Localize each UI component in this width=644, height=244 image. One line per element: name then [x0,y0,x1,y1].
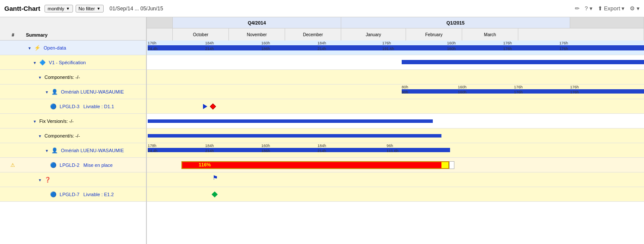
hours-186h-1: 186h [261,47,270,51]
row-user-1: ▼ 👤 Omériah LUENU-WASAUMIE [0,84,146,99]
quarter-q42014: Q4/2014 [173,17,341,28]
row-label-6: ▼ Fix Version/s: -/- [26,119,146,124]
story-icon-1: 🔵 [50,103,57,109]
month-nov: November [229,28,285,41]
quarter-q12015: Q1/2015 [341,17,570,28]
row-lpgld7: 🔵 LPGLD-7 Livrable : E1.2 [0,187,146,202]
filter-dropdown-arrow: ▼ [97,6,101,11]
row-lpgld3: 🔵 LPGLD-3 Livrable : D1.1 [0,99,146,114]
month-apr [518,28,644,41]
quarter-row: Q4/2014 Q1/2015 [147,17,644,28]
bar-lpgld2-red [182,162,441,168]
hours-186h-2: 186h [261,149,270,153]
lpgld3-label[interactable]: LPGLD-3 Livrable : D1.1 [60,104,114,109]
bar-user-1 [402,89,644,94]
expand-arrow-4[interactable]: ▼ [45,90,49,94]
milestone-lpgld3 [210,103,216,109]
row-label-7: ▼ Component/s: -/- [26,133,146,138]
gantt-row-6 [147,114,644,128]
hours-160h-2: 160h [447,41,456,45]
left-panel: # Summary ▼ ⚡ Open-data ▼ 🔷 V1 - Spécifi… [0,17,147,244]
month-sep [147,28,173,41]
month-mar: March [462,28,518,41]
expand-arrow-10[interactable]: ▼ [38,178,42,182]
story-icon-2: 🔵 [50,162,57,168]
hours-178h-1: 178h [148,144,156,148]
lpgld2-label[interactable]: LPGLD-2 Mise en place [60,163,113,168]
expand-arrow-8[interactable]: ▼ [45,149,49,153]
edit-icon[interactable]: ✏ [575,5,580,12]
open-data-label[interactable]: Open-data [44,45,66,50]
end-handle [449,161,454,169]
right-panel: Q4/2014 Q1/2015 October November Decembe… [147,17,644,244]
gantt-row-7 [147,128,644,143]
bar-open-data [148,45,644,50]
gantt-row-9: 116% [147,158,644,172]
expand-arrow-1[interactable]: ▼ [28,46,32,50]
progress-116: 116% [199,162,211,167]
gantt-row-10: ⚑ [147,172,644,187]
left-rows: ▼ ⚡ Open-data ▼ 🔷 V1 - Spécification ▼ [0,41,146,202]
view-dropdown[interactable]: monthly ▼ [44,5,73,13]
hours-80h-2: 80h [402,90,408,94]
col-summary-header: Summary [26,32,146,38]
view-label: monthly [48,6,64,11]
bar-component-2 [148,134,441,138]
quarter-sep [147,17,173,28]
hours-184h-2: 184h [317,41,326,45]
hours-160h-4: 160h [458,85,466,89]
expand-arrow-2[interactable]: ▼ [33,61,37,65]
user-1-label[interactable]: Omériah LUENU-WASAUMIE [61,89,124,94]
avatar-icon-1: 👤 [51,89,58,95]
gantt-body: 176h 74.4h 184h 214h 160h 186h 184h 214h… [147,41,644,244]
hours-191h: 191.6h [382,47,394,51]
date-range: 01/Sep/14 ... 05/Jun/15 [110,6,163,12]
hours-184h-1: 184h [205,41,214,45]
gantt-row-11 [147,187,644,202]
hours-176h-2: 176h [382,41,391,45]
v1-spec-label[interactable]: V1 - Spécification [49,60,86,65]
gantt-row-4: 80h 80h 160h 160h 176h 176h 176h 176h [147,84,644,99]
hours-176h-8: 176h [514,90,523,94]
row-open-data: ▼ ⚡ Open-data [0,41,146,55]
help-button[interactable]: ? ▾ [585,5,593,12]
hours-160h-5: 160h [458,90,466,94]
flag-icon: ⚑ [213,174,218,181]
expand-arrow-7[interactable]: ▼ [38,134,42,138]
gantt-row-5 [147,99,644,114]
hours-176h-10: 176h [570,90,579,94]
row-label-10: ▼ ❓ [26,177,146,183]
arrow-lpgld3 [203,104,207,109]
filter-dropdown[interactable]: No filter ▼ [76,5,104,13]
cube-icon: 🔷 [39,59,46,66]
quarter-rest [570,17,644,28]
row-user-2: ▼ 👤 Omériah LUENU-WASAUMIE [0,143,146,158]
row-unknown-group: ▼ ❓ [0,172,146,187]
row-label-8: ▼ 👤 Omériah LUENU-WASAUMIE [26,147,146,153]
milestone-lpgld7 [212,191,218,197]
top-bar: Gantt-Chart monthly ▼ No filter ▼ 01/Sep… [0,0,644,17]
top-bar-actions: ✏ ? ▾ ⬆ Export ▾ ⚙ ▾ [575,5,640,12]
col-hash-header: # [0,32,26,38]
main-container: # Summary ▼ ⚡ Open-data ▼ 🔷 V1 - Spécifi… [0,17,644,244]
hours-80h-1: 80h [402,85,408,89]
settings-button[interactable]: ⚙ ▾ [630,5,640,12]
user-2-label[interactable]: Omériah LUENU-WASAUMIE [61,148,124,153]
hours-176h-4: 176h [503,47,512,51]
row-label-3: ▼ Component/s: -/- [26,75,146,80]
expand-arrow-3[interactable]: ▼ [38,75,42,80]
month-row: October November December January Februa… [147,28,644,41]
row-component-1: ▼ Component/s: -/- [0,70,146,84]
row-label-5: 🔵 LPGLD-3 Livrable : D1.1 [26,103,146,109]
month-jan: January [341,28,406,41]
gantt-header: Q4/2014 Q1/2015 October November Decembe… [147,17,644,41]
lightning-icon: ⚡ [34,45,41,51]
hours-96h: 96h [387,144,393,148]
lpgld7-label[interactable]: LPGLD-7 Livrable : E1.2 [60,192,114,197]
expand-arrow-6[interactable]: ▼ [33,119,37,124]
export-button[interactable]: ⬆ Export ▾ [598,5,625,12]
hours-111h: 111.6h [387,149,399,153]
row-fix-version: ▼ Fix Version/s: -/- [0,114,146,128]
row-hash-9: ⚠ [0,162,26,168]
question-icon: ❓ [44,177,51,183]
